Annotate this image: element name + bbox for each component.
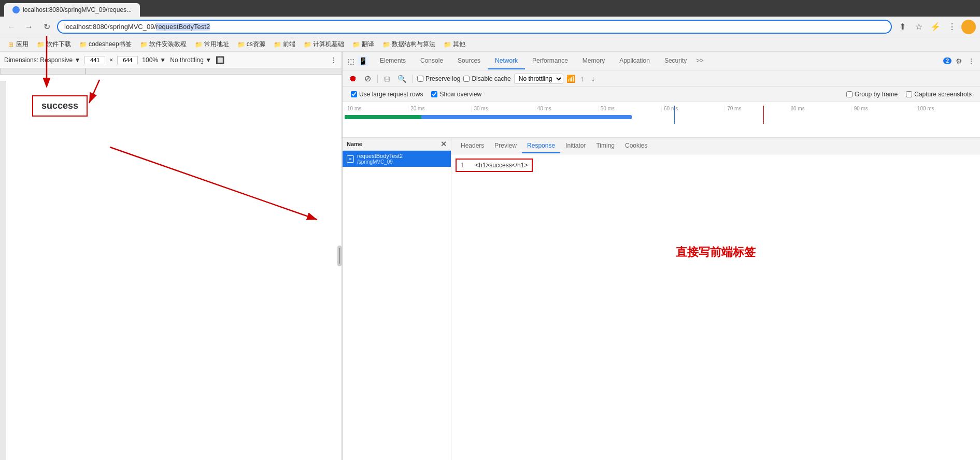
folder-icon-9: 📁: [382, 41, 390, 48]
large-rows-checkbox[interactable]: Use large request rows: [351, 91, 423, 98]
more-options-icon[interactable]: ⋮: [330, 56, 337, 64]
folder-icon-7: 📁: [304, 41, 311, 48]
line-number: 1: [461, 162, 471, 169]
zoom-control[interactable]: 100% ▼: [142, 56, 166, 64]
more-tabs-button[interactable]: >>: [694, 53, 705, 69]
timeline-cursor-1: [674, 106, 675, 124]
viewport-content: success: [6, 75, 342, 443]
time-70ms: 70 ms: [725, 106, 788, 111]
menu-button[interactable]: ⋮: [945, 20, 959, 34]
close-detail-button[interactable]: ✕: [441, 140, 447, 148]
bookmark-software-download[interactable]: 📁 软件下载: [34, 39, 74, 50]
bookmark-cs-resources[interactable]: 📁 cs资源: [234, 39, 268, 50]
show-overview-checkbox[interactable]: Show overview: [431, 91, 481, 98]
stop-button[interactable]: ⊘: [362, 73, 373, 84]
tab-network[interactable]: Network: [488, 53, 525, 69]
screenshot-icon[interactable]: 🔲: [216, 56, 224, 64]
show-overview-input[interactable]: [431, 91, 437, 97]
extensions-button[interactable]: ⚡: [928, 20, 943, 34]
bookmark-common-addr[interactable]: 📁 常用地址: [192, 39, 232, 50]
forward-button[interactable]: →: [22, 20, 36, 34]
address-bar[interactable]: localhost:8080/springMVC_09/requestBodyT…: [57, 20, 892, 34]
group-by-frame-checkbox[interactable]: Group by frame: [846, 91, 898, 98]
folder-icon-1: 📁: [37, 41, 45, 48]
reload-button[interactable]: ↻: [39, 20, 54, 34]
back-button[interactable]: ←: [4, 20, 19, 34]
tab-application[interactable]: Application: [612, 53, 657, 69]
tab-console[interactable]: Console: [413, 53, 450, 69]
bookmark-software-install[interactable]: 📁 软件安装教程: [137, 39, 190, 50]
response-line-1: 1 <h1>success</h1>: [461, 162, 528, 169]
throttle-control[interactable]: No throttling ▼: [170, 56, 211, 64]
time-50ms: 50 ms: [598, 106, 661, 111]
viewport-toolbar: Dimensions: Responsive ▼ × 100% ▼ No thr…: [0, 52, 342, 68]
time-20ms: 20 ms: [408, 106, 471, 111]
tab-bar: localhost:8080/springMVC_09/reques...: [0, 0, 980, 17]
toolbar-separator-2: [413, 75, 413, 83]
height-input[interactable]: [117, 56, 138, 64]
settings-icon[interactable]: ⚙: [955, 56, 963, 66]
share-button[interactable]: ⬆: [895, 20, 910, 34]
capture-screenshots-checkbox[interactable]: Capture screenshots: [906, 91, 972, 98]
large-rows-label: Use large request rows: [359, 91, 423, 98]
svg-line-5: [110, 147, 317, 220]
search-button[interactable]: 🔍: [395, 74, 408, 84]
bookmark-codesheep[interactable]: 📁 codesheep书签: [76, 39, 135, 50]
main-area: Dimensions: Responsive ▼ × 100% ▼ No thr…: [0, 52, 980, 460]
size-separator: ×: [109, 56, 113, 64]
bookmark-frontend[interactable]: 📁 前端: [271, 39, 299, 50]
preserve-log-input[interactable]: [417, 76, 423, 82]
response-code-text: <h1>success</h1>: [475, 162, 528, 169]
record-button[interactable]: ⏺: [347, 73, 359, 84]
profile-button[interactable]: [961, 20, 976, 34]
bookmark-apps[interactable]: ⊞ 应用: [4, 39, 32, 50]
preserve-log-checkbox[interactable]: Preserve log: [417, 75, 460, 82]
device-mode-icon[interactable]: 📱: [358, 56, 368, 66]
capture-screenshots-input[interactable]: [906, 91, 912, 97]
disable-cache-input[interactable]: [463, 76, 470, 82]
upload-icon[interactable]: ↑: [578, 74, 586, 84]
resize-handle[interactable]: [337, 246, 342, 266]
success-box: success: [32, 95, 88, 117]
detail-tab-initiator[interactable]: Initiator: [560, 139, 591, 153]
bookmark-ds-algo[interactable]: 📁 数据结构与算法: [379, 39, 438, 50]
width-input[interactable]: [84, 56, 105, 64]
time-80ms: 80 ms: [788, 106, 851, 111]
bookmark-other[interactable]: 📁 其他: [441, 39, 468, 50]
preserve-log-label: Preserve log: [425, 75, 460, 82]
bookmark-button[interactable]: ☆: [912, 20, 926, 34]
detail-tab-response[interactable]: Response: [522, 139, 560, 153]
bookmark-cs-basics[interactable]: 📁 计算机基础: [301, 39, 347, 50]
folder-icon-5: 📁: [237, 41, 245, 48]
name-column-header: Name: [347, 141, 362, 147]
tab-elements[interactable]: Elements: [373, 53, 413, 69]
inspect-icon[interactable]: ⬚: [347, 56, 356, 66]
more-devtools-icon[interactable]: ⋮: [967, 56, 976, 66]
large-rows-input[interactable]: [351, 91, 357, 97]
show-overview-label: Show overview: [439, 91, 481, 98]
network-row-requestbodytest2[interactable]: ≡ requestBodyTest2 /springMVC_09: [343, 151, 451, 167]
tab-memory[interactable]: Memory: [575, 53, 612, 69]
tab-security[interactable]: Security: [657, 53, 694, 69]
bookmark-translate[interactable]: 📁 翻译: [349, 39, 377, 50]
request-url: /springMVC_09: [357, 159, 403, 165]
group-by-frame-input[interactable]: [846, 91, 853, 97]
detail-tab-cookies[interactable]: Cookies: [620, 139, 652, 153]
detail-tab-timing[interactable]: Timing: [591, 139, 620, 153]
tab-sources[interactable]: Sources: [450, 53, 488, 69]
tab-performance[interactable]: Performance: [525, 53, 575, 69]
detail-tab-headers[interactable]: Headers: [456, 139, 489, 153]
timeline-cursor-2: [763, 106, 764, 124]
browser-tab[interactable]: localhost:8080/springMVC_09/reques...: [4, 3, 140, 17]
disable-cache-label: Disable cache: [472, 75, 510, 82]
filter-button[interactable]: ⊟: [382, 74, 392, 84]
detail-tab-preview[interactable]: Preview: [489, 139, 522, 153]
viewport: Dimensions: Responsive ▼ × 100% ▼ No thr…: [0, 52, 342, 460]
bookmark-apps-label: 应用: [16, 40, 29, 49]
throttle-select[interactable]: No throttling Slow 3G Fast 3G: [514, 74, 563, 84]
download-icon[interactable]: ↓: [589, 74, 597, 84]
success-text: success: [41, 100, 78, 111]
network-body: Name ✕ ≡ requestBodyTest2 /springMVC_09: [343, 138, 980, 460]
notifications-badge: 2: [943, 58, 951, 64]
disable-cache-checkbox[interactable]: Disable cache: [463, 75, 510, 82]
